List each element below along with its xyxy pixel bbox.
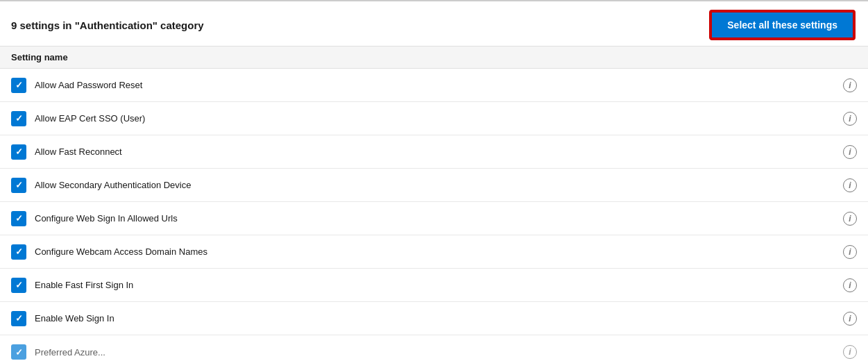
checkmark-icon: ✓ [15, 348, 23, 357]
table-row: ✓Preferred Azure...i [0, 335, 868, 361]
checkmark-icon: ✓ [15, 314, 23, 323]
table-row: ✓Allow Aad Password Reseti [0, 69, 868, 102]
category-title: 9 settings in "Authentication" category [11, 19, 204, 31]
setting-name-label: Enable Web Sign In [35, 313, 114, 324]
table-row: ✓Enable Fast First Sign Ini [0, 269, 868, 302]
column-header: Setting name [0, 47, 868, 69]
checkmark-icon: ✓ [15, 247, 23, 256]
setting-name-label: Enable Fast First Sign In [35, 280, 133, 290]
checkmark-icon: ✓ [15, 280, 23, 289]
setting-name-label: Configure Webcam Access Domain Names [35, 246, 207, 257]
main-container: 9 settings in "Authentication" category … [0, 0, 868, 361]
setting-checkbox[interactable]: ✓ [11, 144, 26, 160]
info-icon[interactable]: i [843, 312, 857, 326]
table-row: ✓Configure Webcam Access Domain Namesi [0, 235, 868, 269]
info-icon[interactable]: i [843, 345, 857, 359]
info-icon[interactable]: i [843, 245, 857, 259]
setting-name-label: Preferred Azure... [35, 347, 105, 358]
setting-checkbox[interactable]: ✓ [11, 78, 26, 93]
info-icon[interactable]: i [843, 278, 857, 292]
info-icon[interactable]: i [843, 178, 857, 192]
table-row: ✓Allow Secondary Authentication Devicei [0, 169, 868, 202]
setting-name-label: Configure Web Sign In Allowed Urls [35, 213, 178, 224]
info-icon[interactable]: i [843, 78, 857, 92]
table-row: ✓Enable Web Sign Ini [0, 302, 868, 335]
setting-checkbox[interactable]: ✓ [11, 278, 26, 293]
setting-name-label: Allow EAP Cert SSO (User) [35, 113, 145, 124]
info-icon[interactable]: i [843, 112, 857, 126]
info-icon[interactable]: i [843, 145, 857, 159]
setting-checkbox[interactable]: ✓ [11, 178, 26, 193]
table-row: ✓Allow EAP Cert SSO (User)i [0, 102, 868, 135]
checkmark-icon: ✓ [15, 147, 23, 156]
setting-name-label: Allow Secondary Authentication Device [35, 180, 191, 190]
setting-name-column-label: Setting name [11, 52, 68, 62]
table-row: ✓Allow Fast Reconnecti [0, 135, 868, 169]
setting-name-label: Allow Fast Reconnect [35, 146, 122, 157]
select-all-button[interactable]: Select all these settings [710, 11, 854, 39]
setting-checkbox[interactable]: ✓ [11, 244, 26, 260]
setting-name-label: Allow Aad Password Reset [35, 80, 142, 90]
checkmark-icon: ✓ [15, 180, 23, 190]
header-row: 9 settings in "Authentication" category … [0, 1, 868, 47]
setting-checkbox[interactable]: ✓ [11, 311, 26, 326]
setting-checkbox[interactable]: ✓ [11, 211, 26, 226]
setting-checkbox[interactable]: ✓ [11, 111, 26, 126]
table-row: ✓Configure Web Sign In Allowed Urlsi [0, 202, 868, 235]
checkmark-icon: ✓ [15, 114, 23, 123]
setting-checkbox[interactable]: ✓ [11, 344, 26, 360]
checkmark-icon: ✓ [15, 81, 23, 90]
checkmark-icon: ✓ [15, 214, 23, 223]
settings-list: ✓Allow Aad Password Reseti✓Allow EAP Cer… [0, 69, 868, 361]
info-icon[interactable]: i [843, 212, 857, 226]
